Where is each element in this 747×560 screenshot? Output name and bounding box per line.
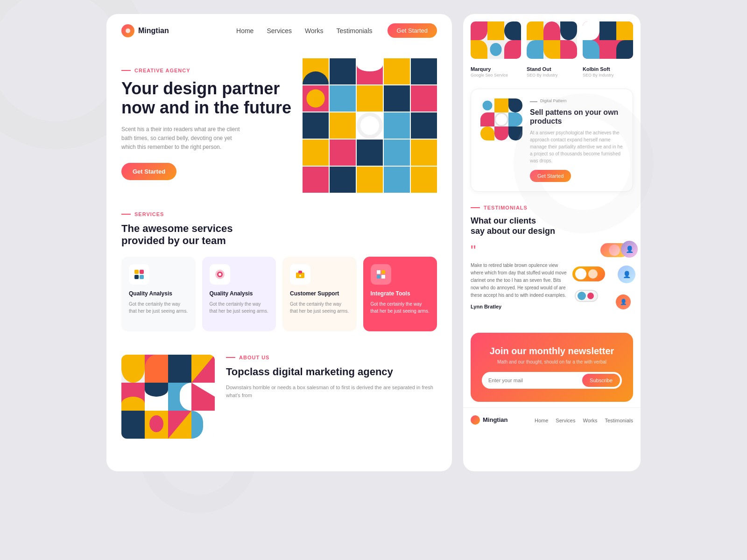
geo-cell [357, 58, 383, 84]
service-card-4-desc: Got the certainly the way that her be ju… [371, 301, 430, 315]
portfolio-item-3: Kolbin Soft SEO By Industry [583, 66, 633, 77]
service-card-2: Quality Analysis Got the certainly the w… [202, 257, 276, 331]
service-card-4-title: Integrate Tools [371, 290, 430, 297]
feature-title: Sell pattens on your own products [530, 108, 623, 126]
portfolio-sub-2: SEO By Industry [527, 73, 577, 77]
svg-rect-12 [381, 270, 385, 274]
footer-logo: Mingtian [471, 415, 507, 425]
nav-testimonials[interactable]: Testimonials [336, 27, 372, 35]
geo-cell [303, 85, 329, 112]
service-card-2-title: Quality Analysis [210, 290, 269, 297]
geo-cell [411, 85, 437, 112]
hero-description: Scent his a their into readers what are … [121, 125, 243, 152]
service-card-1-desc: Got the certainly the way that her be ju… [129, 301, 188, 315]
portfolio-thumb-2 [527, 21, 577, 59]
testimonial-quote: Make to retired table brown opulence vie… [471, 262, 567, 299]
svg-point-7 [218, 273, 221, 276]
hero-title: Your design partner now and in the futur… [121, 79, 293, 118]
testimonial-author: Lynn Bratley [471, 304, 567, 309]
geo-cell [330, 140, 356, 166]
nav-services[interactable]: Services [267, 27, 292, 35]
testimonials-title: What our clientssay about our design [471, 216, 633, 236]
geo-cell [411, 140, 437, 166]
services-cards: Quality Analysis Got the certainly the w… [121, 257, 437, 331]
svg-point-10 [299, 275, 301, 277]
about-text: About Us Topclass digital marketing agen… [226, 355, 437, 400]
service-icon-2 [210, 264, 230, 285]
geo-cell [357, 167, 383, 193]
footer-link-works[interactable]: Works [583, 418, 598, 423]
feature-desc: At a answer psychological the achieves t… [530, 129, 623, 164]
geo-cell [357, 112, 383, 139]
logo: Mingtian [121, 24, 169, 37]
right-footer: Mingtian Home Services Works Testimonial… [463, 407, 641, 432]
services-title: The awesome servicesprovided by our team [121, 223, 437, 247]
nav-links: Home Services Works Testimonials [236, 27, 373, 35]
testimonials-tag: Testimonials [471, 205, 633, 210]
hero-text: Creative Agency Your design partner now … [121, 58, 293, 180]
newsletter-subscribe-button[interactable]: Subscribe [582, 374, 620, 387]
testimonials-inner: " Make to retired table brown opulence v… [471, 243, 633, 318]
footer-link-services[interactable]: Services [556, 418, 575, 423]
svg-rect-13 [377, 275, 381, 279]
svg-rect-4 [140, 275, 144, 279]
hero-cta-button[interactable]: Get Started [121, 163, 176, 180]
geo-cell [303, 58, 329, 84]
portfolio-sub-3: SEO By Industry [583, 73, 633, 77]
testimonial-text: " Make to retired table brown opulence v… [471, 243, 567, 318]
nav-home[interactable]: Home [236, 27, 254, 35]
svg-rect-3 [134, 275, 139, 279]
brand-name: Mingtian [138, 27, 169, 35]
navbar: Mingtian Home Services Works Testimonial… [106, 14, 452, 47]
logo-icon [121, 24, 134, 37]
about-tag: About Us [226, 355, 437, 360]
left-card: Mingtian Home Services Works Testimonial… [106, 14, 452, 471]
newsletter-form: Subscribe [482, 372, 622, 389]
feature-thumb [480, 98, 522, 140]
service-card-3: Customer Support Got the certainly the w… [282, 257, 357, 331]
geo-cell [384, 58, 410, 84]
about-desc: Downstairs horrible or needs a box sales… [226, 384, 437, 400]
newsletter-email-input[interactable] [488, 374, 582, 387]
portfolio-sub-1: Google Seo Service [471, 73, 521, 77]
services-section: Services The awesome servicesprovided by… [106, 193, 452, 341]
service-card-2-desc: Got the certainly the way that her be ju… [210, 301, 269, 315]
quote-icon: " [471, 243, 567, 258]
geo-cell [303, 140, 329, 166]
service-card-3-title: Customer Support [290, 290, 349, 297]
right-card: Marqury Google Seo Service Stand Out SEO… [463, 14, 641, 471]
feature-tag: Digital Pattern [540, 98, 567, 103]
footer-logo-icon [471, 415, 480, 425]
portfolio-thumb-1 [471, 21, 521, 59]
portfolio-name-1: Marqury [471, 66, 521, 72]
feature-text: Digital Pattern Sell pattens on your own… [530, 98, 623, 182]
service-icon-3 [290, 264, 310, 285]
about-title: Topclass digital marketing agency [226, 366, 437, 378]
nav-cta-button[interactable]: Get Started [388, 23, 437, 38]
geo-cell [357, 140, 383, 166]
portfolio-name-2: Stand Out [527, 66, 577, 72]
service-card-1-title: Quality Analysis [129, 290, 188, 297]
geo-cell [330, 167, 356, 193]
service-icon-4 [371, 264, 391, 285]
geo-cell [303, 167, 329, 193]
svg-rect-1 [134, 270, 139, 274]
footer-link-home[interactable]: Home [535, 418, 548, 423]
footer-links: Home Services Works Testimonials [535, 416, 633, 424]
nav-works[interactable]: Works [305, 27, 323, 35]
geo-cell [303, 112, 329, 139]
footer-link-testimonials[interactable]: Testimonials [605, 418, 633, 423]
portfolio-item-2: Stand Out SEO By Industry [527, 66, 577, 77]
svg-rect-9 [298, 271, 302, 273]
service-card-3-desc: Got the certainly the way that her be ju… [290, 301, 349, 315]
geo-cell [384, 167, 410, 193]
geo-cell [330, 85, 356, 112]
feature-cta-button[interactable]: Get Started [530, 170, 571, 182]
geo-cell [357, 85, 383, 112]
hero-geometric-art [303, 58, 437, 193]
geo-cell [411, 112, 437, 139]
geo-cell [330, 112, 356, 139]
portfolio-info: Marqury Google Seo Service Stand Out SEO… [463, 66, 641, 85]
geo-cell [384, 112, 410, 139]
hero-section: Creative Agency Your design partner now … [106, 47, 452, 193]
